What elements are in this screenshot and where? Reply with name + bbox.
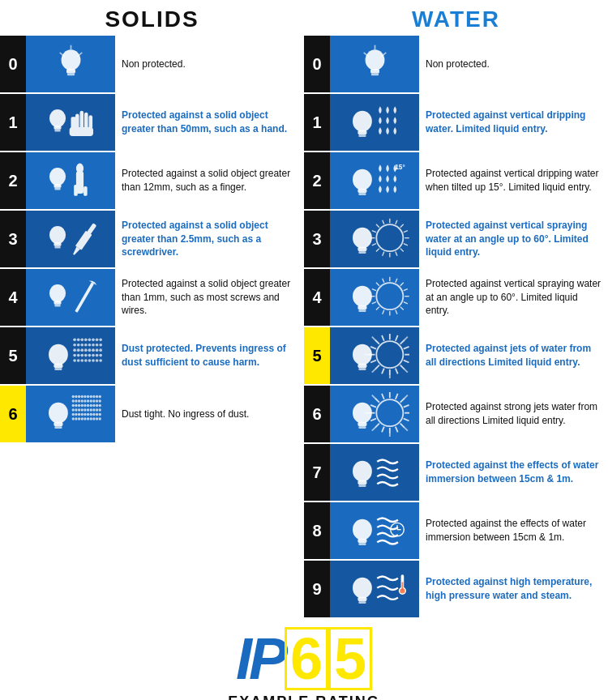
svg-rect-194 xyxy=(358,368,366,370)
svg-point-0 xyxy=(61,49,80,70)
svg-line-205 xyxy=(370,346,376,348)
svg-point-114 xyxy=(86,408,88,411)
svg-point-69 xyxy=(76,359,79,362)
solids-row-2: 2 Protected against a solid object great… xyxy=(0,152,304,211)
svg-point-120 xyxy=(75,412,77,415)
svg-rect-14 xyxy=(69,127,92,136)
row-icon-solid-2 xyxy=(26,152,115,209)
svg-line-207 xyxy=(382,335,384,340)
row-icon-water-2: 15° xyxy=(330,152,419,209)
svg-rect-147 xyxy=(358,134,366,137)
svg-line-183 xyxy=(371,301,375,303)
solids-row-6: 6 Dust tight. No ingress of dust. xyxy=(0,386,304,444)
row-desc-solid-0: Non protected. xyxy=(115,36,304,92)
svg-point-98 xyxy=(98,399,101,402)
row-number-5: 5 xyxy=(0,327,26,384)
tables-container: 0 Non protected. 1 Protected against a xyxy=(0,36,608,619)
row-icon-solid-3 xyxy=(26,211,115,267)
water-row-5: 5 Protected against jets of water from a… xyxy=(304,327,608,386)
svg-point-172 xyxy=(353,285,372,306)
svg-line-161 xyxy=(382,251,383,255)
svg-point-84 xyxy=(86,395,88,397)
svg-rect-149 xyxy=(358,188,366,193)
svg-line-178 xyxy=(400,306,403,309)
svg-point-60 xyxy=(73,353,76,356)
header-solids: SOLIDS xyxy=(0,6,304,32)
svg-point-100 xyxy=(75,403,77,406)
svg-rect-150 xyxy=(358,193,366,195)
svg-point-129 xyxy=(71,417,74,420)
svg-point-86 xyxy=(92,395,95,397)
svg-rect-77 xyxy=(54,421,62,426)
ip-digit1: 6 xyxy=(285,627,328,690)
row-icon-solid-5 xyxy=(26,327,115,384)
svg-point-111 xyxy=(77,408,79,411)
svg-rect-173 xyxy=(358,305,366,309)
row-desc-water-8: Protected against the effects of water i… xyxy=(419,502,608,559)
water-row-8: 8 Protected against the effects of water… xyxy=(304,502,608,561)
svg-line-215 xyxy=(371,369,375,372)
svg-rect-24 xyxy=(54,245,60,248)
svg-point-82 xyxy=(80,395,83,397)
row-number-3: 3 xyxy=(0,211,26,267)
svg-point-133 xyxy=(83,417,86,420)
svg-point-85 xyxy=(89,395,92,397)
svg-point-72 xyxy=(88,359,91,362)
row-number-1: 1 xyxy=(0,94,26,151)
svg-point-49 xyxy=(92,343,95,346)
svg-rect-174 xyxy=(358,309,366,312)
svg-point-73 xyxy=(92,359,95,362)
water-row-9: 9 Protected against high temperature, hi… xyxy=(304,561,608,619)
svg-point-126 xyxy=(92,412,95,415)
row-number-4: 4 xyxy=(0,269,26,326)
svg-point-70 xyxy=(80,359,83,362)
svg-point-65 xyxy=(92,353,95,356)
svg-point-76 xyxy=(49,402,68,423)
svg-point-101 xyxy=(77,403,79,406)
svg-point-75 xyxy=(99,359,102,362)
svg-point-52 xyxy=(73,348,76,352)
row-number-water-5: 5 xyxy=(304,327,330,384)
svg-line-239 xyxy=(403,404,409,407)
svg-line-162 xyxy=(375,248,379,251)
svg-point-137 xyxy=(95,417,97,420)
svg-rect-30 xyxy=(54,304,60,306)
row-icon-solid-0 xyxy=(26,36,115,92)
svg-point-37 xyxy=(76,338,79,341)
row-desc-water-3: Protected against vertical spraying wate… xyxy=(419,211,608,267)
row-icon-water-1 xyxy=(330,94,419,151)
svg-point-128 xyxy=(98,412,101,415)
svg-point-45 xyxy=(76,343,79,346)
svg-line-157 xyxy=(403,243,407,245)
svg-point-80 xyxy=(75,395,77,397)
svg-point-248 xyxy=(353,460,372,481)
water-row-2: 2 15° Protected against vertical drippin… xyxy=(304,152,608,211)
svg-point-56 xyxy=(88,348,91,352)
svg-point-64 xyxy=(88,353,91,356)
svg-point-145 xyxy=(353,110,372,131)
svg-point-57 xyxy=(92,348,95,352)
svg-point-55 xyxy=(84,348,88,352)
svg-line-229 xyxy=(382,426,384,432)
svg-line-181 xyxy=(382,309,383,314)
svg-rect-259 xyxy=(358,601,366,604)
svg-point-94 xyxy=(86,399,88,402)
svg-rect-193 xyxy=(358,363,366,368)
svg-point-6 xyxy=(49,109,65,127)
svg-rect-1 xyxy=(66,69,75,74)
svg-point-59 xyxy=(99,348,102,352)
water-row-3: 3 Protected against vertical spraying wa… xyxy=(304,211,608,269)
svg-point-97 xyxy=(95,399,97,402)
svg-rect-8 xyxy=(54,129,60,131)
row-desc-water-7: Protected against the effects of water i… xyxy=(419,444,608,501)
svg-rect-253 xyxy=(358,543,366,545)
svg-point-104 xyxy=(86,403,88,406)
svg-point-54 xyxy=(80,348,83,352)
svg-point-121 xyxy=(77,412,79,415)
row-desc-water-4: Protected against vertical spraying wate… xyxy=(419,269,608,326)
row-desc-solid-2: Protected against a solid object greater… xyxy=(115,152,304,209)
water-side: 0 Non protected. 1 Protected against ver… xyxy=(304,36,608,619)
svg-line-185 xyxy=(371,288,375,290)
solids-row-1: 1 Protected against a solid object great… xyxy=(0,94,304,152)
row-number-water-8: 8 xyxy=(304,502,330,559)
